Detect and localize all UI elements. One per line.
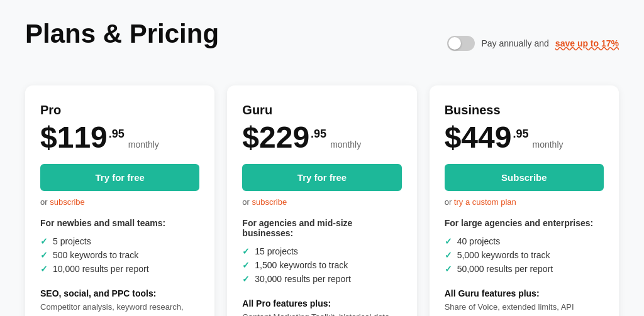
tools-description: Share of Voice, extended limits, API acc… [445, 301, 604, 316]
price-cents: .95 [311, 128, 326, 141]
price-cents: .95 [109, 128, 125, 141]
plan-card-business: Business $449 .95 monthly Subscribe or t… [430, 85, 619, 316]
secondary-link[interactable]: try a custom plan [454, 197, 516, 207]
features-list: ✓ 5 projects ✓ 500 keywords to track ✓ 1… [40, 234, 199, 276]
tools-title: All Guru features plus: [445, 288, 604, 298]
annual-billing-toggle[interactable] [447, 36, 475, 51]
feature-item: ✓ 1,500 keywords to track [242, 258, 401, 272]
plan-price-row: $449 .95 monthly [445, 123, 604, 153]
price-period: monthly [128, 139, 159, 150]
secondary-action: or subscribe [242, 197, 401, 207]
check-icon: ✓ [445, 250, 452, 260]
secondary-link[interactable]: subscribe [50, 197, 85, 207]
check-icon: ✓ [242, 274, 250, 284]
feature-text: 40 projects [457, 236, 500, 246]
plan-price-row: $119 .95 monthly [40, 123, 199, 153]
save-label: save up to 17% [555, 38, 619, 48]
billing-toggle-container: Pay annually and save up to 17% [447, 36, 619, 51]
feature-item: ✓ 50,000 results per report [445, 262, 604, 276]
billing-label: Pay annually and [481, 38, 548, 48]
price-period: monthly [330, 139, 361, 150]
plan-description: For large agencies and enterprises: [445, 218, 604, 228]
secondary-text: or [40, 197, 50, 207]
plan-price-row: $229 .95 monthly [242, 123, 401, 153]
feature-item: ✓ 500 keywords to track [40, 248, 199, 262]
feature-item: ✓ 5,000 keywords to track [445, 248, 604, 262]
price-main: $229 [242, 123, 309, 153]
feature-text: 5,000 keywords to track [457, 250, 550, 260]
check-icon: ✓ [40, 250, 48, 260]
page-title: Plans & Pricing [25, 19, 219, 49]
price-cents: .95 [513, 128, 528, 141]
secondary-link[interactable]: subscribe [252, 197, 287, 207]
feature-text: 30,000 results per report [255, 274, 351, 284]
feature-item: ✓ 40 projects [445, 234, 604, 248]
check-icon: ✓ [445, 264, 452, 274]
tools-title: All Pro features plus: [242, 298, 401, 308]
check-icon: ✓ [242, 260, 250, 270]
features-list: ✓ 15 projects ✓ 1,500 keywords to track … [242, 244, 401, 286]
plan-name: Guru [242, 103, 401, 117]
check-icon: ✓ [445, 236, 452, 246]
plan-cta-button[interactable]: Try for free [242, 164, 401, 191]
plan-description: For agencies and mid-size businesses: [242, 218, 401, 238]
toggle-thumb [448, 37, 461, 50]
secondary-text: or [242, 197, 252, 207]
feature-item: ✓ 30,000 results per report [242, 272, 401, 286]
feature-text: 50,000 results per report [457, 264, 553, 274]
secondary-action: or subscribe [40, 197, 199, 207]
feature-text: 500 keywords to track [53, 250, 138, 260]
check-icon: ✓ [40, 236, 48, 246]
tools-title: SEO, social, and PPC tools: [40, 288, 199, 298]
feature-item: ✓ 15 projects [242, 244, 401, 258]
plans-grid: Pro $119 .95 monthly Try for free or sub… [25, 85, 619, 316]
secondary-action: or try a custom plan [445, 197, 604, 207]
plan-name: Pro [40, 103, 199, 117]
feature-text: 1,500 keywords to track [255, 260, 348, 270]
plan-name: Business [445, 103, 604, 117]
tools-description: Content Marketing Toolkit, historical da… [242, 311, 401, 316]
plan-cta-button[interactable]: Subscribe [445, 164, 604, 191]
check-icon: ✓ [40, 264, 48, 274]
price-main: $119 [40, 123, 108, 153]
feature-item: ✓ 5 projects [40, 234, 199, 248]
feature-text: 15 projects [255, 246, 297, 256]
price-main: $449 [445, 123, 512, 153]
plan-card-guru: Guru $229 .95 monthly Try for free or su… [227, 85, 416, 316]
plan-card-pro: Pro $119 .95 monthly Try for free or sub… [25, 85, 214, 316]
feature-text: 5 projects [53, 236, 91, 246]
check-icon: ✓ [242, 246, 250, 256]
secondary-text: or [445, 197, 454, 207]
tools-description: Competitor analysis, keyword research, w… [40, 301, 199, 316]
price-period: monthly [532, 139, 563, 150]
feature-item: ✓ 10,000 results per report [40, 262, 199, 276]
feature-text: 10,000 results per report [53, 264, 149, 274]
features-list: ✓ 40 projects ✓ 5,000 keywords to track … [445, 234, 604, 276]
plan-description: For newbies and small teams: [40, 218, 199, 228]
plan-cta-button[interactable]: Try for free [40, 164, 199, 191]
